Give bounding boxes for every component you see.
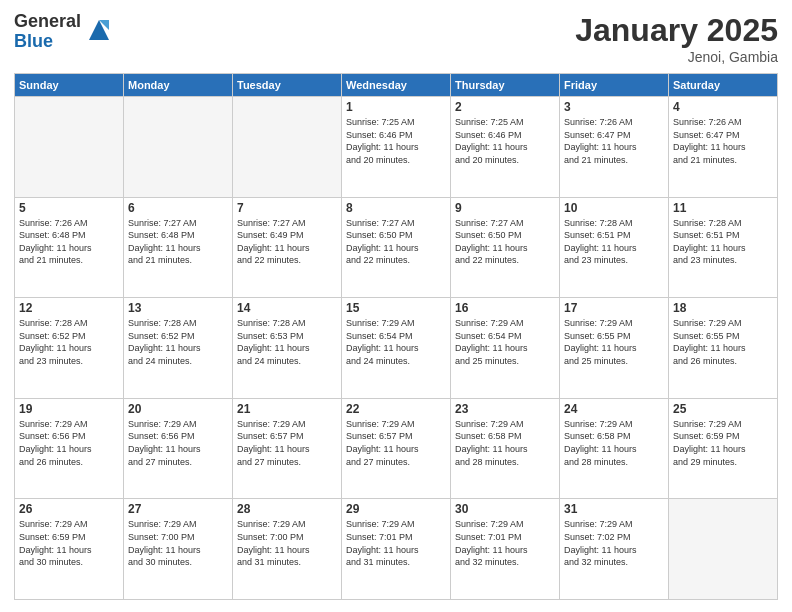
calendar-day: 17Sunrise: 7:29 AMSunset: 6:55 PMDayligh… [560,298,669,399]
daylight-text: and 22 minutes. [346,255,410,265]
sunset-text: Sunset: 6:52 PM [128,331,195,341]
day-info: Sunrise: 7:28 AMSunset: 6:52 PMDaylight:… [128,317,228,367]
sunrise-text: Sunrise: 7:27 AM [128,218,197,228]
calendar-week-1: 1Sunrise: 7:25 AMSunset: 6:46 PMDaylight… [15,97,778,198]
day-number: 24 [564,402,664,416]
day-number: 12 [19,301,119,315]
daylight-text: Daylight: 11 hours [346,343,419,353]
day-number: 25 [673,402,773,416]
calendar-day: 2Sunrise: 7:25 AMSunset: 6:46 PMDaylight… [451,97,560,198]
sunset-text: Sunset: 7:01 PM [346,532,413,542]
sunrise-text: Sunrise: 7:28 AM [673,218,742,228]
sunset-text: Sunset: 6:50 PM [455,230,522,240]
day-info: Sunrise: 7:29 AMSunset: 6:59 PMDaylight:… [673,418,773,468]
sunrise-text: Sunrise: 7:26 AM [673,117,742,127]
day-info: Sunrise: 7:29 AMSunset: 6:54 PMDaylight:… [455,317,555,367]
calendar-day: 30Sunrise: 7:29 AMSunset: 7:01 PMDayligh… [451,499,560,600]
day-number: 13 [128,301,228,315]
day-number: 17 [564,301,664,315]
day-info: Sunrise: 7:26 AMSunset: 6:47 PMDaylight:… [673,116,773,166]
calendar-day: 26Sunrise: 7:29 AMSunset: 6:59 PMDayligh… [15,499,124,600]
daylight-text: Daylight: 11 hours [455,243,528,253]
sunrise-text: Sunrise: 7:25 AM [346,117,415,127]
day-number: 5 [19,201,119,215]
daylight-text: Daylight: 11 hours [237,243,310,253]
calendar-day: 5Sunrise: 7:26 AMSunset: 6:48 PMDaylight… [15,197,124,298]
calendar-week-3: 12Sunrise: 7:28 AMSunset: 6:52 PMDayligh… [15,298,778,399]
col-friday: Friday [560,74,669,97]
sunset-text: Sunset: 6:57 PM [237,431,304,441]
calendar-day: 22Sunrise: 7:29 AMSunset: 6:57 PMDayligh… [342,398,451,499]
calendar-title: January 2025 [575,12,778,49]
day-number: 26 [19,502,119,516]
sunset-text: Sunset: 6:51 PM [673,230,740,240]
sunset-text: Sunset: 6:59 PM [19,532,86,542]
daylight-text: and 20 minutes. [346,155,410,165]
calendar-day: 8Sunrise: 7:27 AMSunset: 6:50 PMDaylight… [342,197,451,298]
sunrise-text: Sunrise: 7:29 AM [346,519,415,529]
day-info: Sunrise: 7:29 AMSunset: 7:01 PMDaylight:… [346,518,446,568]
daylight-text: and 21 minutes. [564,155,628,165]
sunrise-text: Sunrise: 7:29 AM [564,419,633,429]
header: General Blue January 2025 Jenoi, Gambia [14,12,778,65]
daylight-text: and 23 minutes. [564,255,628,265]
sunset-text: Sunset: 6:46 PM [346,130,413,140]
sunrise-text: Sunrise: 7:26 AM [19,218,88,228]
day-number: 8 [346,201,446,215]
calendar-day: 24Sunrise: 7:29 AMSunset: 6:58 PMDayligh… [560,398,669,499]
sunset-text: Sunset: 6:55 PM [564,331,631,341]
daylight-text: and 24 minutes. [128,356,192,366]
daylight-text: Daylight: 11 hours [128,343,201,353]
sunrise-text: Sunrise: 7:25 AM [455,117,524,127]
day-info: Sunrise: 7:29 AMSunset: 6:55 PMDaylight:… [564,317,664,367]
sunset-text: Sunset: 6:47 PM [564,130,631,140]
daylight-text: Daylight: 11 hours [455,142,528,152]
sunrise-text: Sunrise: 7:28 AM [237,318,306,328]
col-saturday: Saturday [669,74,778,97]
daylight-text: Daylight: 11 hours [346,444,419,454]
day-number: 11 [673,201,773,215]
sunrise-text: Sunrise: 7:29 AM [128,419,197,429]
sunrise-text: Sunrise: 7:27 AM [237,218,306,228]
daylight-text: and 32 minutes. [455,557,519,567]
day-number: 30 [455,502,555,516]
daylight-text: Daylight: 11 hours [128,545,201,555]
daylight-text: Daylight: 11 hours [19,243,92,253]
daylight-text: Daylight: 11 hours [455,444,528,454]
day-info: Sunrise: 7:27 AMSunset: 6:48 PMDaylight:… [128,217,228,267]
day-info: Sunrise: 7:28 AMSunset: 6:53 PMDaylight:… [237,317,337,367]
sunset-text: Sunset: 7:00 PM [128,532,195,542]
sunset-text: Sunset: 6:52 PM [19,331,86,341]
calendar-day: 28Sunrise: 7:29 AMSunset: 7:00 PMDayligh… [233,499,342,600]
calendar-day: 6Sunrise: 7:27 AMSunset: 6:48 PMDaylight… [124,197,233,298]
daylight-text: and 21 minutes. [673,155,737,165]
day-number: 21 [237,402,337,416]
calendar-day [233,97,342,198]
calendar-week-5: 26Sunrise: 7:29 AMSunset: 6:59 PMDayligh… [15,499,778,600]
day-info: Sunrise: 7:29 AMSunset: 6:55 PMDaylight:… [673,317,773,367]
sunrise-text: Sunrise: 7:29 AM [19,419,88,429]
day-info: Sunrise: 7:25 AMSunset: 6:46 PMDaylight:… [346,116,446,166]
sunrise-text: Sunrise: 7:28 AM [128,318,197,328]
calendar-day: 1Sunrise: 7:25 AMSunset: 6:46 PMDaylight… [342,97,451,198]
sunset-text: Sunset: 6:54 PM [455,331,522,341]
day-number: 15 [346,301,446,315]
sunset-text: Sunset: 7:00 PM [237,532,304,542]
day-number: 4 [673,100,773,114]
day-number: 28 [237,502,337,516]
sunrise-text: Sunrise: 7:29 AM [237,519,306,529]
calendar-body: 1Sunrise: 7:25 AMSunset: 6:46 PMDaylight… [15,97,778,600]
sunrise-text: Sunrise: 7:29 AM [673,419,742,429]
daylight-text: Daylight: 11 hours [673,243,746,253]
calendar-day: 15Sunrise: 7:29 AMSunset: 6:54 PMDayligh… [342,298,451,399]
day-info: Sunrise: 7:28 AMSunset: 6:51 PMDaylight:… [673,217,773,267]
sunset-text: Sunset: 6:55 PM [673,331,740,341]
logo-general: General [14,12,81,32]
daylight-text: Daylight: 11 hours [128,444,201,454]
day-info: Sunrise: 7:29 AMSunset: 6:57 PMDaylight:… [237,418,337,468]
sunset-text: Sunset: 6:48 PM [19,230,86,240]
sunset-text: Sunset: 6:49 PM [237,230,304,240]
title-block: January 2025 Jenoi, Gambia [575,12,778,65]
sunset-text: Sunset: 6:46 PM [455,130,522,140]
day-number: 19 [19,402,119,416]
